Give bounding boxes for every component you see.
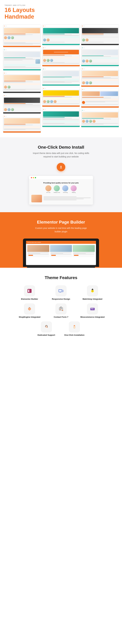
svg-rect-32 [60,309,61,310]
svg-rect-5 [31,290,31,292]
article-img-3 [73,245,95,252]
layout-card-11[interactable] [81,24,119,45]
features-grid: Elementor Builder Responsive Design [15,286,107,318]
demo-preview-card: Providing best quality services for your… [29,176,93,205]
elementor-builder-label: Elementor Builder [21,298,38,300]
mailchimp-icon [90,288,95,294]
hero-subtitle: TRENDY AND STYLISH [5,4,117,6]
article-btn-3 [74,255,79,256]
laptop-screen: Checkout latest news & articles [26,241,96,265]
laptop-foot [27,267,95,268]
svg-rect-30 [60,308,62,308]
layout-card-2[interactable] [3,48,41,70]
layout-card-4[interactable] [3,94,41,114]
circle-img-2 [54,185,60,191]
svg-point-16 [92,290,93,291]
circle-label-1: Vet Care [46,192,50,193]
preview-text-line-4 [43,200,77,200]
contact-form-label: Contact Form 7 [54,316,68,318]
preview-text-line-1 [43,196,77,197]
svg-rect-2 [30,290,30,290]
window-dot-red [31,177,32,178]
circle-img-3 [62,185,68,191]
oneclick-install-label: One-Click Installation [64,334,84,336]
preview-circle-2: Healthy Food [54,185,60,193]
screen-article-2 [50,245,72,257]
feature-woocommerce: Woocommerce Integrated [78,304,107,318]
preview-window-chrome [29,176,93,180]
layout-card-3[interactable] [3,72,41,93]
responsive-design-icon [58,288,64,294]
circle-label-4: Walking [72,192,76,193]
svg-rect-9 [62,290,63,291]
demo-description: Import theme demo data with just one cli… [29,152,93,158]
layout-card-5[interactable] [3,115,41,133]
layout-card-9[interactable] [42,87,80,107]
layout-card-10[interactable] [42,108,80,127]
shopengine-icon-box [24,304,35,314]
screen-article-3 [73,245,95,257]
elementor-title: Elementor Page Builder [5,220,117,224]
preview-circles-row: Vet Care Healthy Food Grooming Walking [31,185,91,193]
layout-card-12[interactable] [81,46,119,66]
window-dot-yellow [33,177,34,178]
layout-card-8[interactable] [42,68,80,86]
feature-elementor-builder: Elementor Builder [15,286,44,300]
svg-rect-3 [30,290,30,291]
layout-card-7[interactable] [42,46,80,66]
woocommerce-label: Woocommerce Integrated [80,316,104,318]
svg-point-41 [47,327,47,328]
circle-img-4 [71,185,77,191]
svg-rect-39 [45,326,45,327]
layout-col-2 [42,24,80,133]
article-text-2 [50,252,72,256]
circle-label-3: Grooming [63,192,68,193]
screen-nav-text: Checkout latest news & articles [27,242,41,243]
layout-col-3 [81,24,119,133]
svg-rect-36 [92,308,93,309]
oneclick-install-icon [72,324,77,330]
article-text-1 [27,252,49,256]
contact-form-icon-box: CF7 [55,304,67,314]
svg-rect-35 [90,308,95,310]
feature-oneclick-install: One-Click Installation [64,322,84,336]
features-grid-bottom: Dedicated Support One-Click Installation [5,322,117,336]
shopengine-icon [27,306,32,312]
article-img-2 [50,245,72,252]
layout-card-6[interactable] [42,24,80,45]
layout-card-1[interactable] [3,24,41,47]
woocommerce-icon [90,306,95,312]
preview-text-line-2 [43,198,91,198]
download-icon [59,165,63,169]
features-title: Theme Features [5,275,117,280]
demo-download-icon[interactable] [57,163,65,171]
mailchimp-icon-box [87,286,98,296]
layout-card-14[interactable] [81,88,119,108]
svg-rect-4 [30,292,30,292]
svg-text:CF7: CF7 [60,306,62,308]
mailchimp-label: Mailchimp Integrated [83,298,102,300]
dedicated-support-icon [44,324,49,330]
preview-hero-text: Providing best quality services for your… [31,182,91,184]
elementor-description: Custom your website in real time with th… [34,226,88,233]
feature-shopengine: ShopEngine Integrated [15,304,44,318]
laptop-body: Checkout latest news & articles [23,238,99,267]
demo-title: One-Click Demo Install [5,145,117,150]
preview-bottom [31,195,91,202]
elementor-builder-icon [27,288,32,294]
svg-point-20 [29,308,30,309]
layout-col-1 [3,24,41,133]
svg-point-15 [93,290,93,290]
article-img-1 [27,245,49,252]
layout-card-15[interactable] [81,109,119,127]
layout-card-13[interactable] [81,67,119,87]
svg-rect-24 [31,308,31,309]
circle-label-2: Healthy Food [54,192,60,193]
contact-form-icon: CF7 [58,306,64,312]
svg-rect-23 [28,308,29,309]
hero-section: TRENDY AND STYLISH 16 LayoutsHandmade [0,0,122,23]
dedicated-support-label: Dedicated Support [38,334,55,336]
preview-circle-4: Walking [71,185,77,193]
screen-nav: Checkout latest news & articles [26,241,96,244]
preview-circle-1: Vet Care [45,185,51,193]
